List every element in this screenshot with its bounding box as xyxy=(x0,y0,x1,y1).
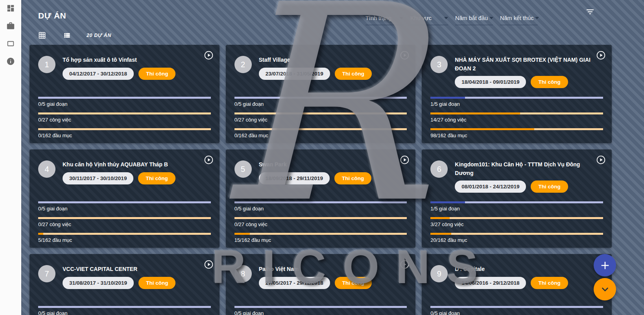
progress-label: 14/27 công việc xyxy=(430,117,603,123)
open-project-button[interactable] xyxy=(204,50,214,60)
progress-label: 0/27 công việc xyxy=(38,221,211,228)
filter-dropdown[interactable]: Khu vực xyxy=(410,15,448,25)
grid-view-button[interactable] xyxy=(38,31,46,39)
project-status-chip[interactable]: Thi công xyxy=(138,277,175,289)
play-circle-icon xyxy=(204,264,214,271)
progress-label: 1/5 giai đoạn xyxy=(430,206,603,212)
card-header: 5 Swan Park 18/09/2018 - 29/11/2019 Thi … xyxy=(226,149,416,184)
project-number-badge: 7 xyxy=(38,265,55,282)
progress-label: 0/162 đầu mục xyxy=(38,133,211,139)
progress-label: 0/5 giai đoạn xyxy=(430,310,603,315)
progress-bar xyxy=(430,97,603,99)
project-title: Tổ hợp sản xuất ô tô Vinfast xyxy=(63,56,175,64)
progress-row: 3/27 công việc xyxy=(430,217,603,228)
progress-row: 0/27 công việc xyxy=(234,217,407,228)
window-icon xyxy=(6,39,15,50)
progress-row: 0/5 giai đoạn xyxy=(38,201,211,212)
chevron-down-icon xyxy=(399,17,403,19)
filter-dropdown[interactable]: Năm kết thúc xyxy=(500,15,538,25)
add-project-button[interactable] xyxy=(594,254,616,276)
filter-dropdown[interactable]: Năm bắt đầu xyxy=(455,15,493,25)
project-card[interactable]: 4 Khu căn hộ Vịnh thủy AQUABAY Tháp B 30… xyxy=(30,149,220,248)
sidebar xyxy=(0,0,21,315)
card-header: 2 Staff Village 23/07/2018 - 31/05/2019 … xyxy=(226,45,416,80)
filter-label: Khu vực xyxy=(410,15,432,21)
open-project-button[interactable] xyxy=(400,50,410,60)
list-view-button[interactable] xyxy=(63,31,71,39)
project-status-chip[interactable]: Thi công xyxy=(138,172,175,184)
sidebar-item-projects[interactable] xyxy=(6,22,15,31)
project-card[interactable]: 6 Kingdom101: Khu Căn Hộ - TTTM Dịch Vụ … xyxy=(422,149,612,248)
progress-row: 20/162 đầu mục xyxy=(430,233,603,243)
filter-dropdown[interactable]: Tình trạng xyxy=(365,15,403,25)
open-project-button[interactable] xyxy=(400,155,410,165)
progress-bar xyxy=(38,112,211,114)
progress-bar xyxy=(38,97,211,99)
list-view-icon xyxy=(63,34,71,41)
progress-row: 0/5 giai đoạn xyxy=(38,306,211,315)
project-dates-chip: 18/09/2018 - 29/11/2019 xyxy=(259,172,330,184)
play-circle-icon xyxy=(400,264,410,271)
progress-bar xyxy=(234,217,407,219)
chevron-down-icon xyxy=(600,284,610,295)
progress-label: 0/5 giai đoạn xyxy=(234,310,407,315)
progress-label: 0/5 giai đoạn xyxy=(38,310,211,315)
progress-fill xyxy=(430,233,451,235)
project-status-chip[interactable]: Thi công xyxy=(531,277,568,289)
progress-section: 1/5 giai đoạn 14/27 công việc 98/162 đầu… xyxy=(430,97,603,143)
project-dates-chip: 31/08/2017 - 31/10/2019 xyxy=(63,277,134,289)
project-card[interactable]: 5 Swan Park 18/09/2018 - 29/11/2019 Thi … xyxy=(226,149,416,248)
play-circle-icon xyxy=(596,55,606,61)
project-status-chip[interactable]: Thi công xyxy=(335,68,372,80)
project-title: VCC-VIET CAPITAL CENTER xyxy=(63,265,175,274)
plus-icon xyxy=(600,260,611,271)
open-project-button[interactable] xyxy=(204,260,214,269)
progress-bar xyxy=(430,112,603,114)
project-card[interactable]: 3 NHÀ MÁY SẢN XUẤT SỢI BROTEX (VIỆT NAM)… xyxy=(422,45,612,143)
project-title: Swan Park xyxy=(259,160,372,169)
project-status-chip[interactable]: Thi công xyxy=(531,76,568,88)
play-circle-icon xyxy=(204,55,214,61)
sidebar-item-window[interactable] xyxy=(6,40,15,49)
progress-row: 0/27 công việc xyxy=(38,112,211,123)
project-card[interactable]: 8 Paiho Việt Nam 27/05/2017 - 29/12/2018… xyxy=(226,254,416,315)
project-card[interactable]: 7 VCC-VIET CAPITAL CENTER 31/08/2017 - 3… xyxy=(30,254,220,315)
open-project-button[interactable] xyxy=(596,50,606,60)
progress-bar xyxy=(430,233,603,235)
open-project-button[interactable] xyxy=(204,155,214,165)
project-dates-chip: 08/01/2018 - 24/12/2019 xyxy=(455,181,526,193)
project-status-chip[interactable]: Thi công xyxy=(334,172,371,184)
progress-fill xyxy=(430,97,465,99)
project-card[interactable]: 1 Tổ hợp sản xuất ô tô Vinfast 04/12/201… xyxy=(30,45,220,143)
project-status-chip[interactable]: Thi công xyxy=(138,68,175,80)
project-status-chip[interactable]: Thi công xyxy=(335,277,372,289)
progress-label: 15/162 đầu mục xyxy=(234,237,407,243)
filter-button[interactable] xyxy=(585,7,595,17)
card-header: 3 NHÀ MÁY SẢN XUẤT SỢI BROTEX (VIỆT NAM)… xyxy=(422,45,612,88)
sidebar-item-dashboard[interactable] xyxy=(6,5,15,13)
scroll-down-button[interactable] xyxy=(594,278,616,300)
project-card[interactable]: 2 Staff Village 23/07/2018 - 31/05/2019 … xyxy=(226,45,416,143)
progress-bar xyxy=(38,306,211,308)
progress-bar xyxy=(234,128,407,130)
page-title: DỰ ÁN xyxy=(38,11,66,20)
project-number-badge: 4 xyxy=(38,160,55,178)
progress-label: 20/162 đầu mục xyxy=(430,237,603,243)
filter-label: Tình trạng xyxy=(365,15,391,21)
filter-label: Năm bắt đầu xyxy=(455,15,488,21)
progress-label: 1/5 giai đoạn xyxy=(430,101,603,107)
progress-label: 3/27 công việc xyxy=(430,221,603,228)
progress-label: 0/27 công việc xyxy=(38,117,211,123)
open-project-button[interactable] xyxy=(400,260,410,269)
progress-label: 0/162 đầu mục xyxy=(234,133,407,139)
project-card[interactable]: 9 D'. Capitale 14/06/2016 - 29/12/2018 T… xyxy=(422,254,612,315)
progress-fill xyxy=(430,217,449,219)
progress-section: 0/5 giai đoạn 0/27 công việc 0/162 đầu m… xyxy=(38,97,211,143)
project-status-chip[interactable]: Thi công xyxy=(531,181,568,193)
open-project-button[interactable] xyxy=(596,155,606,165)
progress-row: 0/27 công việc xyxy=(234,112,407,123)
sidebar-item-info[interactable] xyxy=(6,58,15,66)
progress-row: 0/27 công việc xyxy=(38,217,211,228)
briefcase-icon xyxy=(6,22,15,32)
progress-bar xyxy=(234,97,407,99)
